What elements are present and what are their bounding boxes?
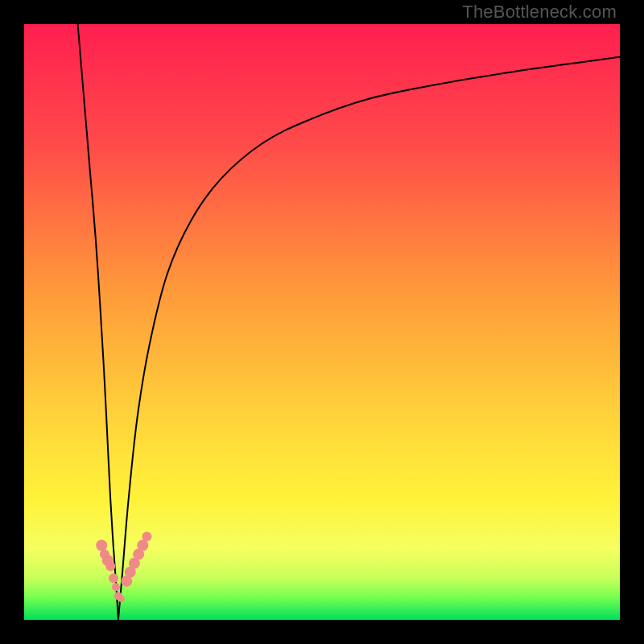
gradient-bg xyxy=(24,24,620,620)
watermark-text: TheBottleneck.com xyxy=(462,2,617,23)
plot-frame xyxy=(24,24,620,620)
marker-dot xyxy=(118,596,125,602)
bottleneck-chart xyxy=(24,24,620,620)
marker-dot xyxy=(96,540,107,551)
marker-dot xyxy=(142,531,151,541)
marker-dot xyxy=(105,561,115,571)
marker-dot xyxy=(112,583,120,591)
marker-dot xyxy=(137,540,148,551)
marker-dot xyxy=(109,573,118,583)
